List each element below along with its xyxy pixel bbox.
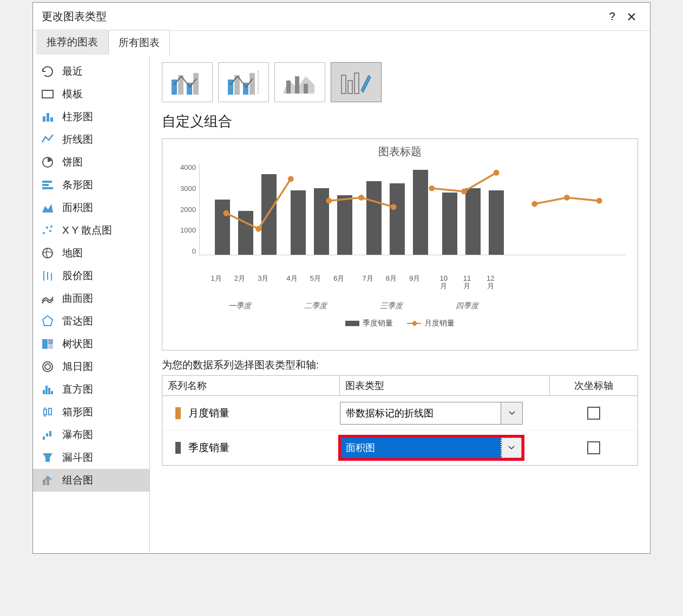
combo-subtype-1[interactable] <box>162 62 213 102</box>
secondary-axis-cell <box>550 441 638 454</box>
sidebar-item-stock[interactable]: 股价图 <box>33 264 149 287</box>
bar <box>261 174 277 255</box>
sidebar-item-label: 瀑布图 <box>62 428 93 442</box>
sidebar-item-combo[interactable]: 组合图 <box>33 469 149 492</box>
sidebar-item-bar[interactable]: 条形图 <box>33 174 149 196</box>
series-name-cell: 季度销量 <box>162 441 340 455</box>
chevron-down-icon <box>501 402 522 424</box>
tab-recommended[interactable]: 推荐的图表 <box>36 29 108 55</box>
combo-icon-3 <box>281 69 319 96</box>
svg-point-12 <box>50 226 52 228</box>
area-icon <box>41 201 55 215</box>
combo-subtype-2[interactable] <box>218 62 269 102</box>
svg-rect-49 <box>304 84 308 94</box>
sidebar-item-label: 箱形图 <box>62 405 93 419</box>
sidebar-item-treemap[interactable]: 树状图 <box>33 333 149 355</box>
swatch-line-icon <box>407 321 421 326</box>
series-table: 系列名称 图表类型 次坐标轴 月度销量带数据标记的折线图季度销量面积图 <box>162 375 638 466</box>
secondary-axis-checkbox[interactable] <box>587 441 600 454</box>
svg-rect-52 <box>354 73 359 94</box>
bar <box>442 193 457 255</box>
svg-point-10 <box>46 227 48 229</box>
legend-line: 月度销量 <box>407 319 455 328</box>
svg-rect-25 <box>48 388 50 394</box>
svg-rect-20 <box>48 345 53 349</box>
svg-point-21 <box>43 362 52 372</box>
sidebar-item-waterfall[interactable]: 瀑布图 <box>33 423 149 446</box>
svg-point-55 <box>288 176 294 182</box>
svg-point-64 <box>596 198 602 204</box>
svg-point-11 <box>49 230 51 232</box>
boxplot-icon <box>41 405 55 419</box>
column-icon <box>41 110 55 124</box>
series-type-cell: 带数据标记的折线图 <box>340 402 550 425</box>
sidebar-item-label: 折线图 <box>62 133 93 147</box>
sidebar-item-funnel[interactable]: 漏斗图 <box>33 446 149 469</box>
secondary-axis-cell <box>550 407 638 420</box>
sidebar-item-sunburst[interactable]: 旭日图 <box>33 355 149 378</box>
bar <box>489 190 504 255</box>
sidebar-item-template[interactable]: 模板 <box>33 83 149 105</box>
tab-all-charts[interactable]: 所有图表 <box>108 30 170 55</box>
svg-rect-36 <box>47 478 49 485</box>
series-row: 季度销量面积图 <box>162 430 638 465</box>
sidebar-item-label: 最近 <box>62 64 83 78</box>
bar-group <box>438 188 508 255</box>
y-axis: 40003000200010000 <box>174 163 199 255</box>
combo-subtype-3[interactable] <box>274 62 325 102</box>
sidebar-item-label: 曲面图 <box>62 292 93 306</box>
svg-rect-0 <box>42 90 53 98</box>
sidebar-item-label: 直方图 <box>62 382 93 396</box>
chart-type-dropdown[interactable]: 带数据标记的折线图 <box>340 402 523 425</box>
svg-rect-23 <box>43 390 45 394</box>
histogram-icon <box>41 382 55 396</box>
sidebar-item-surface[interactable]: 曲面图 <box>33 287 149 310</box>
main-panel: 自定义组合 图表标题 40003000200010000 1月2月3月4月5月6… <box>150 55 650 553</box>
svg-rect-27 <box>44 409 47 415</box>
svg-rect-18 <box>42 339 48 349</box>
sidebar-item-area[interactable]: 面积图 <box>33 196 149 219</box>
help-button[interactable]: ? <box>602 7 622 27</box>
header-chart-type: 图表类型 <box>340 376 550 395</box>
x-axis-quarters: 一季度二季度三季度四季度 <box>199 301 626 311</box>
sidebar-item-line[interactable]: 折线图 <box>33 128 149 151</box>
sidebar-item-pie[interactable]: 饼图 <box>33 151 149 174</box>
bar-group <box>362 170 432 255</box>
close-button[interactable] <box>622 7 641 27</box>
secondary-axis-checkbox[interactable] <box>587 407 600 420</box>
bar-icon <box>41 178 55 192</box>
header-secondary-axis: 次坐标轴 <box>550 376 638 395</box>
scatter-icon <box>41 223 55 237</box>
sidebar-item-radar[interactable]: 雷达图 <box>33 310 149 333</box>
sidebar-item-column[interactable]: 柱形图 <box>33 105 149 128</box>
svg-rect-24 <box>45 386 48 394</box>
pie-icon <box>41 155 55 169</box>
series-row: 月度销量带数据标记的折线图 <box>162 396 638 430</box>
series-swatch-icon <box>175 442 181 454</box>
svg-point-13 <box>43 248 52 258</box>
svg-rect-44 <box>249 73 255 95</box>
combo-subtype-custom[interactable] <box>331 62 382 102</box>
swatch-bar-icon <box>345 321 359 326</box>
waterfall-icon <box>41 428 55 442</box>
sunburst-icon <box>41 360 55 374</box>
dialog-title: 更改图表类型 <box>42 9 107 24</box>
svg-rect-26 <box>51 391 53 394</box>
sidebar-item-map[interactable]: 地图 <box>33 242 149 264</box>
recent-icon <box>41 64 55 78</box>
svg-rect-47 <box>286 81 291 94</box>
sidebar-item-scatter[interactable]: X Y 散点图 <box>33 219 149 242</box>
bar <box>215 200 230 255</box>
section-title: 自定义组合 <box>162 112 638 131</box>
sidebar-item-label: 模板 <box>62 87 83 101</box>
sidebar-item-histogram[interactable]: 直方图 <box>33 378 149 401</box>
chart-type-dropdown[interactable]: 面积图 <box>340 436 523 459</box>
chevron-down-icon <box>501 437 522 459</box>
subtype-row <box>162 62 638 102</box>
sidebar-item-label: 条形图 <box>62 178 93 192</box>
sidebar-item-label: 组合图 <box>62 473 93 487</box>
sidebar-item-recent[interactable]: 最近 <box>33 60 149 83</box>
plot-area <box>199 163 626 255</box>
sidebar-item-boxplot[interactable]: 箱形图 <box>33 401 149 423</box>
bar <box>413 170 428 255</box>
